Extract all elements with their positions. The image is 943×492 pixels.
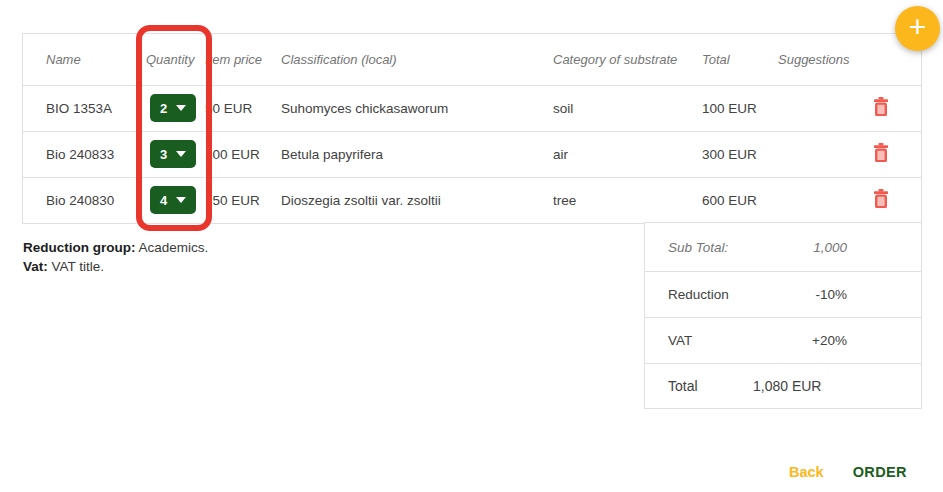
item-total: 300 EUR — [702, 131, 778, 177]
subtotal-row: Sub Total: 1,000 — [645, 223, 921, 272]
vat-row-value: +20% — [812, 333, 847, 348]
order-notes: Reduction group: Academics. Vat: VAT tit… — [23, 238, 208, 276]
item-name: BIO 1353A — [23, 85, 141, 131]
vat-row: VAT +20% — [645, 318, 921, 364]
subtotal-value: 1,000 — [813, 240, 847, 255]
delete-item-button[interactable] — [873, 143, 889, 162]
item-classification: Suhomyces chickasaworum — [279, 85, 552, 131]
table-row: Bio 240830 4 150 EUR Dioszegia zsoltii v… — [23, 177, 921, 223]
chevron-down-icon — [176, 105, 186, 111]
header-total: Total — [702, 34, 778, 85]
vat-note: Vat: VAT title. — [23, 257, 208, 276]
item-category: tree — [552, 177, 702, 223]
table-header-row: Name Quantity Item price Classification … — [23, 34, 921, 85]
quantity-value: 4 — [160, 193, 167, 208]
item-classification: Betula papyrifera — [279, 131, 552, 177]
trash-icon — [873, 143, 889, 162]
header-classification: Classification (local) — [279, 34, 552, 85]
item-price: 50 EUR — [203, 85, 279, 131]
chevron-down-icon — [176, 197, 186, 203]
chevron-down-icon — [176, 151, 186, 157]
total-label: Total — [645, 378, 698, 394]
delete-item-button[interactable] — [873, 189, 889, 208]
total-value: 1,080 EUR — [753, 378, 821, 394]
order-items-table: Name Quantity Item price Classification … — [23, 34, 921, 223]
order-button[interactable]: ORDER — [852, 462, 908, 482]
reduction-group-label: Reduction group: — [23, 240, 135, 255]
add-item-fab-button[interactable]: + — [895, 6, 940, 51]
item-classification: Dioszegia zsoltii var. zsoltii — [279, 177, 552, 223]
quantity-value: 3 — [160, 147, 167, 162]
header-category: Category of substrate — [552, 34, 702, 85]
item-name: Bio 240833 — [23, 131, 141, 177]
quantity-dropdown[interactable]: 3 — [150, 140, 196, 168]
table-row: Bio 240833 3 100 EUR Betula papyrifera a… — [23, 131, 921, 177]
item-category: soil — [552, 85, 702, 131]
quantity-dropdown[interactable]: 4 — [150, 186, 196, 214]
quantity-value: 2 — [160, 101, 167, 116]
item-total: 100 EUR — [702, 85, 778, 131]
plus-icon: + — [909, 12, 927, 42]
vat-row-label: VAT — [645, 333, 692, 348]
reduction-group-value: Academics. — [135, 240, 208, 255]
order-summary-panel: Sub Total: 1,000 Reduction -10% VAT +20%… — [644, 222, 922, 409]
footer-actions: Back ORDER — [788, 462, 908, 482]
reduction-group-note: Reduction group: Academics. — [23, 238, 208, 257]
vat-value: VAT title. — [48, 259, 104, 274]
item-category: air — [552, 131, 702, 177]
trash-icon — [873, 97, 889, 116]
reduction-label: Reduction — [645, 287, 729, 302]
table-row: BIO 1353A 2 50 EUR Suhomyces chickasawor… — [23, 85, 921, 131]
reduction-value: -10% — [815, 287, 847, 302]
reduction-row: Reduction -10% — [645, 272, 921, 318]
header-item-price: Item price — [203, 34, 279, 85]
item-price: 100 EUR — [203, 131, 279, 177]
vat-label: Vat: — [23, 259, 48, 274]
delete-item-button[interactable] — [873, 97, 889, 116]
trash-icon — [873, 189, 889, 208]
item-total: 600 EUR — [702, 177, 778, 223]
order-items-card: Name Quantity Item price Classification … — [22, 33, 922, 224]
total-row: Total 1,080 EUR — [645, 364, 921, 408]
item-name: Bio 240830 — [23, 177, 141, 223]
back-button[interactable]: Back — [788, 462, 825, 482]
item-price: 150 EUR — [203, 177, 279, 223]
subtotal-label: Sub Total: — [645, 240, 728, 255]
header-name: Name — [23, 34, 141, 85]
quantity-dropdown[interactable]: 2 — [150, 94, 196, 122]
header-quantity: Quantity — [141, 34, 203, 85]
